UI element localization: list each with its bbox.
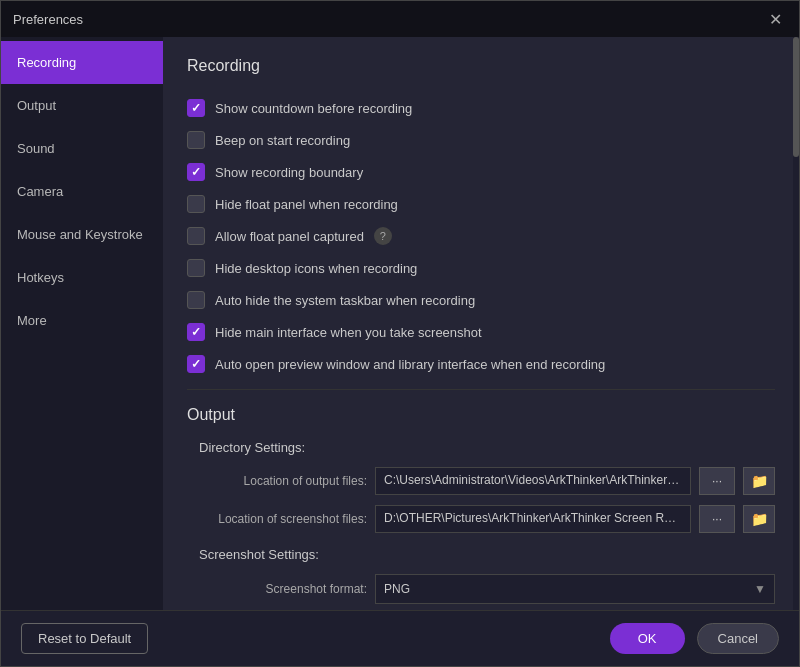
checkbox-label-hide-desktop: Hide desktop icons when recording — [215, 261, 417, 276]
sidebar-item-recording[interactable]: Recording — [1, 41, 163, 84]
checkbox-auto-open[interactable] — [187, 355, 205, 373]
checkbox-boundary[interactable] — [187, 163, 205, 181]
main-content: Recording Show countdown before recordin… — [163, 37, 799, 610]
output-files-row: Location of output files: C:\Users\Admin… — [187, 467, 775, 495]
checkbox-label-countdown: Show countdown before recording — [215, 101, 412, 116]
screenshot-files-row: Location of screenshot files: D:\OTHER\P… — [187, 505, 775, 533]
screenshot-files-label: Location of screenshot files: — [187, 512, 367, 526]
checkbox-row-beep: Beep on start recording — [187, 131, 775, 149]
checkbox-row-countdown: Show countdown before recording — [187, 99, 775, 117]
checkbox-label-auto-hide-taskbar: Auto hide the system taskbar when record… — [215, 293, 475, 308]
checkbox-row-hide-float: Hide float panel when recording — [187, 195, 775, 213]
title-bar: Preferences ✕ — [1, 1, 799, 37]
main-wrapper: Recording Show countdown before recordin… — [163, 37, 799, 610]
directory-settings-title: Directory Settings: — [199, 440, 775, 455]
output-files-folder-btn[interactable]: 📁 — [743, 467, 775, 495]
checkbox-row-auto-hide-taskbar: Auto hide the system taskbar when record… — [187, 291, 775, 309]
checkbox-countdown[interactable] — [187, 99, 205, 117]
checkbox-label-auto-open: Auto open preview window and library int… — [215, 357, 605, 372]
cancel-button[interactable]: Cancel — [697, 623, 779, 654]
checkbox-row-allow-float: Allow float panel captured ? — [187, 227, 775, 245]
screenshot-format-label: Screenshot format: — [187, 582, 367, 596]
checkbox-row-hide-desktop: Hide desktop icons when recording — [187, 259, 775, 277]
screenshot-format-row: Screenshot format: PNG ▼ — [187, 574, 775, 604]
output-files-label: Location of output files: — [187, 474, 367, 488]
screenshot-format-chevron: ▼ — [754, 582, 766, 596]
output-section-title: Output — [187, 406, 775, 424]
sidebar-item-output[interactable]: Output — [1, 84, 163, 127]
ok-button[interactable]: OK — [610, 623, 685, 654]
checkbox-hide-main[interactable] — [187, 323, 205, 341]
checkbox-row-boundary: Show recording boundary — [187, 163, 775, 181]
screenshot-format-select[interactable]: PNG ▼ — [375, 574, 775, 604]
sidebar-item-hotkeys[interactable]: Hotkeys — [1, 256, 163, 299]
dialog-footer: Reset to Default OK Cancel — [1, 610, 799, 666]
checkbox-label-beep: Beep on start recording — [215, 133, 350, 148]
screenshot-files-input[interactable]: D:\OTHER\Pictures\ArkThinker\ArkThinker … — [375, 505, 691, 533]
checkbox-label-hide-float: Hide float panel when recording — [215, 197, 398, 212]
help-icon-allow-float[interactable]: ? — [374, 227, 392, 245]
sidebar-item-sound[interactable]: Sound — [1, 127, 163, 170]
sidebar-item-mouse-keystroke[interactable]: Mouse and Keystroke — [1, 213, 163, 256]
screenshot-files-browse-btn[interactable]: ··· — [699, 505, 735, 533]
checkbox-label-boundary: Show recording boundary — [215, 165, 363, 180]
checkbox-label-hide-main: Hide main interface when you take screen… — [215, 325, 482, 340]
scrollbar-track — [793, 37, 799, 610]
sidebar: Recording Output Sound Camera Mouse and … — [1, 37, 163, 610]
sidebar-item-camera[interactable]: Camera — [1, 170, 163, 213]
checkbox-hide-desktop[interactable] — [187, 259, 205, 277]
close-button[interactable]: ✕ — [763, 7, 787, 31]
dialog-title: Preferences — [13, 12, 83, 27]
output-files-browse-btn[interactable]: ··· — [699, 467, 735, 495]
checkbox-hide-float[interactable] — [187, 195, 205, 213]
preferences-dialog: Preferences ✕ Recording Output Sound Cam… — [0, 0, 800, 667]
screenshot-files-folder-btn[interactable]: 📁 — [743, 505, 775, 533]
reset-button[interactable]: Reset to Default — [21, 623, 148, 654]
checkbox-allow-float[interactable] — [187, 227, 205, 245]
screenshot-settings-title: Screenshot Settings: — [199, 547, 775, 562]
checkbox-auto-hide-taskbar[interactable] — [187, 291, 205, 309]
checkbox-row-hide-main: Hide main interface when you take screen… — [187, 323, 775, 341]
section-divider — [187, 389, 775, 390]
footer-actions: OK Cancel — [610, 623, 779, 654]
checkbox-beep[interactable] — [187, 131, 205, 149]
dialog-content: Recording Output Sound Camera Mouse and … — [1, 37, 799, 610]
screenshot-format-value: PNG — [384, 582, 410, 596]
output-files-input[interactable]: C:\Users\Administrator\Videos\ArkThinker… — [375, 467, 691, 495]
checkbox-label-allow-float: Allow float panel captured — [215, 229, 364, 244]
scrollbar-thumb[interactable] — [793, 37, 799, 157]
recording-section-title: Recording — [187, 57, 775, 83]
sidebar-item-more[interactable]: More — [1, 299, 163, 342]
checkbox-row-auto-open: Auto open preview window and library int… — [187, 355, 775, 373]
